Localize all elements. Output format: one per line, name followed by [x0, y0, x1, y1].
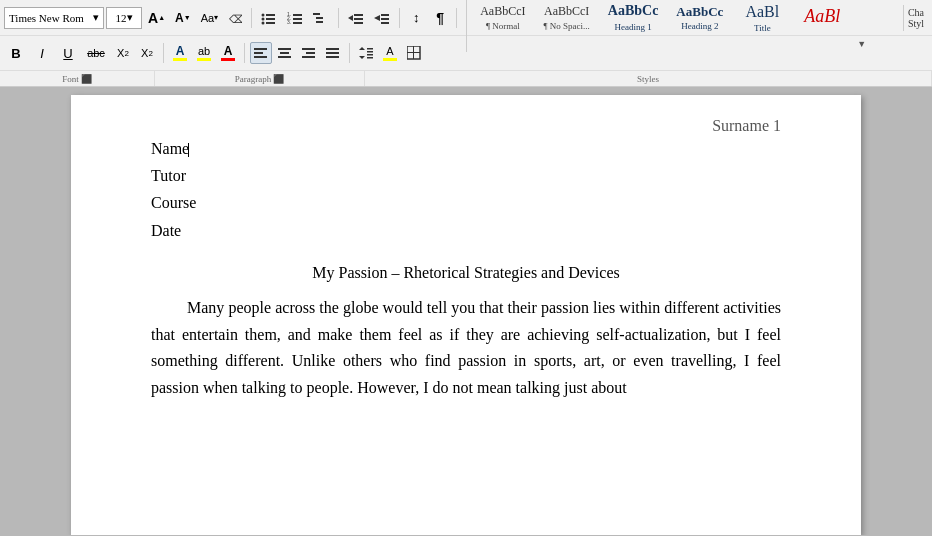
show-marks-button[interactable]: ¶ [429, 7, 451, 29]
svg-rect-15 [316, 21, 323, 23]
svg-rect-21 [381, 14, 389, 16]
clear-format-icon: ⌫ [228, 11, 242, 25]
increase-indent-button[interactable] [370, 7, 394, 29]
font-name-dropdown[interactable]: Times New Rom ▾ [4, 7, 104, 29]
svg-rect-25 [254, 52, 263, 54]
multilevel-button[interactable] [309, 7, 333, 29]
superscript-button[interactable]: X2 [136, 42, 158, 64]
svg-text:⌫: ⌫ [229, 13, 242, 25]
svg-rect-8 [293, 14, 302, 16]
svg-text:3.: 3. [287, 19, 291, 25]
svg-rect-23 [381, 22, 389, 24]
bold-button[interactable]: B [4, 42, 28, 64]
style-title[interactable]: AaBl Title [732, 0, 792, 52]
align-center-button[interactable] [274, 42, 296, 64]
change-styles-label: ChaStyl [908, 7, 924, 29]
justify-button[interactable] [322, 42, 344, 64]
svg-point-1 [262, 13, 265, 16]
decrease-indent-button[interactable] [344, 7, 368, 29]
field-tutor: Tutor [151, 162, 781, 189]
decrease-indent-icon [348, 11, 364, 25]
line-spacing-icon [359, 47, 373, 59]
borders-icon [407, 46, 421, 60]
svg-rect-12 [293, 22, 302, 24]
font-grow-button[interactable]: A▲ [144, 7, 169, 29]
clear-format-button[interactable]: ⌫ [224, 7, 246, 29]
svg-rect-33 [326, 48, 339, 50]
separator6 [244, 43, 245, 63]
page-header: Surname 1 [712, 113, 781, 139]
style-nospace-label: ¶ No Spaci... [543, 21, 589, 31]
align-center-icon [278, 47, 292, 59]
underline-icon: U [63, 47, 72, 60]
numbering-button[interactable]: 1. 2. 3. [283, 7, 307, 29]
line-spacing-button[interactable] [355, 42, 377, 64]
paragraph1: Many people across the globe would tell … [151, 295, 781, 401]
align-right-icon [302, 47, 316, 59]
style-h2-preview: AaBbCc [676, 4, 723, 20]
style-h1[interactable]: AaBbCc Heading 1 [599, 0, 668, 52]
sort-button[interactable]: ↕ [405, 7, 427, 29]
bullets-icon [261, 11, 277, 25]
toolbar-row1: Times New Rom ▾ 12 ▾ A▲ A▼ Aa▾ ⌫ [0, 0, 932, 36]
styles-panel: AaBbCcI ¶ Normal AaBbCcI ¶ No Spaci... A… [466, 0, 899, 52]
toolbar-labels-row: Font ⬛ Paragraph ⬛ Styles [0, 70, 932, 86]
styles-scroll-arrows: ▲ ▼ [854, 0, 869, 52]
separator1 [251, 8, 252, 28]
tutor-text: Tutor [151, 167, 186, 184]
style-nospace[interactable]: AaBbCcI ¶ No Spaci... [534, 0, 598, 52]
page-header-text: Surname 1 [712, 117, 781, 134]
document-title: My Passion – Rhetorical Strategies and D… [151, 260, 781, 286]
svg-rect-2 [266, 14, 275, 16]
style-normal-label: ¶ Normal [486, 21, 520, 31]
strikethrough-button[interactable]: abc [82, 42, 110, 64]
document-area: Surname 1 Name Tutor Course Date My Pass… [0, 87, 932, 535]
style-extra-preview: AaBl [804, 6, 840, 28]
font-size-box[interactable]: 12 ▾ [106, 7, 142, 29]
font-color-button[interactable]: A [217, 42, 239, 64]
align-left-button[interactable] [250, 42, 272, 64]
separator3 [399, 8, 400, 28]
strikethrough-icon: abc [87, 47, 105, 59]
change-case-button[interactable]: Aa▾ [197, 7, 222, 29]
style-normal[interactable]: AaBbCcI ¶ Normal [471, 0, 534, 52]
style-title-label: Title [754, 23, 771, 33]
shading-button[interactable]: A [379, 42, 401, 64]
italic-button[interactable]: I [30, 42, 54, 64]
shading-icon: A [383, 46, 397, 61]
align-right-button[interactable] [298, 42, 320, 64]
svg-rect-31 [306, 52, 315, 54]
field-name: Name [151, 135, 781, 162]
font-size-arrow: ▾ [127, 11, 133, 24]
font-shrink-button[interactable]: A▼ [171, 7, 195, 29]
borders-button[interactable] [403, 42, 425, 64]
subscript-button[interactable]: X2 [112, 42, 134, 64]
title-text: My Passion – Rhetorical Strategies and D… [312, 264, 620, 281]
justify-icon [326, 47, 340, 59]
paragraph-section-expander[interactable]: ⬛ [273, 74, 284, 84]
separator4 [456, 8, 457, 28]
style-extra[interactable]: AaBl [792, 0, 852, 52]
svg-point-5 [262, 21, 265, 24]
date-text: Date [151, 222, 181, 239]
bullets-button[interactable] [257, 7, 281, 29]
text-effect-button[interactable]: A [169, 42, 191, 64]
svg-marker-16 [348, 15, 353, 21]
highlight-button[interactable]: ab [193, 42, 215, 64]
svg-rect-18 [354, 18, 363, 20]
field-date: Date [151, 217, 781, 244]
svg-rect-40 [367, 54, 373, 56]
style-normal-preview: AaBbCcI [480, 4, 525, 18]
styles-scroll-down[interactable]: ▼ [854, 38, 869, 50]
svg-rect-35 [326, 56, 339, 58]
underline-button[interactable]: U [56, 42, 80, 64]
svg-rect-34 [326, 52, 339, 54]
field-course: Course [151, 189, 781, 216]
font-section-expander[interactable]: ⬛ [81, 74, 92, 84]
change-styles-button[interactable]: ChaStyl [903, 5, 928, 31]
separator2 [338, 8, 339, 28]
font-section-label: Font ⬛ [0, 71, 155, 86]
course-text: Course [151, 194, 196, 211]
style-h2[interactable]: AaBbCc Heading 2 [667, 0, 732, 52]
text-cursor [188, 143, 189, 157]
